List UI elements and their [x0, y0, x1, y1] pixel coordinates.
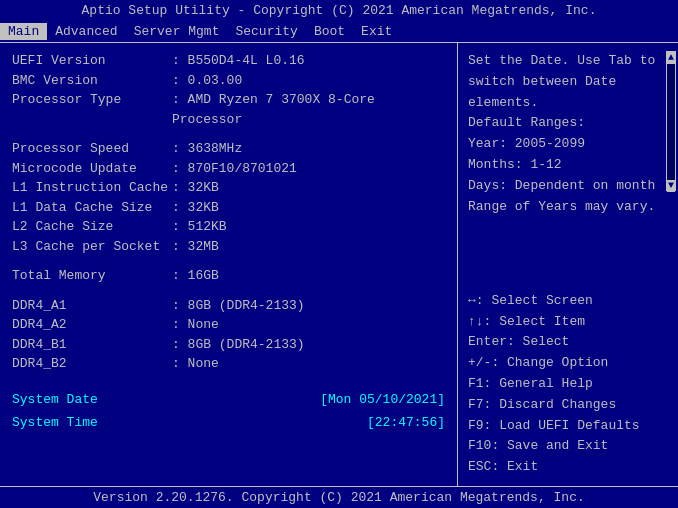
key-help-line: Enter: Select [468, 332, 668, 353]
info-label: DDR4_A1 [12, 296, 172, 316]
info-row: L3 Cache per Socket: 32MB [12, 237, 445, 257]
system-time-label: System Time [12, 415, 98, 430]
scrollbar[interactable]: ▲ ▼ [666, 51, 676, 191]
title-text: Aptio Setup Utility - Copyright (C) 2021… [82, 3, 597, 18]
info-value: : 16GB [172, 266, 219, 286]
info-value: : 8GB (DDR4-2133) [172, 335, 305, 355]
info-value: : AMD Ryzen 7 3700X 8-Core Processor [172, 90, 445, 129]
help-text: Set the Date. Use Tab toswitch between D… [468, 51, 668, 291]
help-line: Default Ranges: [468, 113, 668, 134]
info-label: Processor Type [12, 90, 172, 129]
info-row: Processor Type: AMD Ryzen 7 3700X 8-Core… [12, 90, 445, 129]
info-row: Microcode Update: 870F10/8701021 [12, 159, 445, 179]
info-row: L1 Instruction Cache: 32KB [12, 178, 445, 198]
system-time-row: System Time[22:47:56] [12, 415, 445, 430]
info-label: BMC Version [12, 71, 172, 91]
menu-bar: MainAdvancedServer MgmtSecurityBootExit [0, 21, 678, 43]
menu-item-boot[interactable]: Boot [306, 23, 353, 40]
key-help-line: F1: General Help [468, 374, 668, 395]
system-date-row: System Date[Mon 05/10/2021] [12, 392, 445, 407]
info-label: DDR4_B1 [12, 335, 172, 355]
left-panel: UEFI Version: B550D4-4L L0.16BMC Version… [0, 43, 458, 486]
info-value: : 32KB [172, 178, 219, 198]
scroll-up-button[interactable]: ▲ [667, 52, 675, 64]
info-value: : None [172, 315, 219, 335]
help-line: Set the Date. Use Tab to [468, 51, 668, 72]
info-label: UEFI Version [12, 51, 172, 71]
key-help-line: ESC: Exit [468, 457, 668, 478]
info-label: DDR4_B2 [12, 354, 172, 374]
info-label: Processor Speed [12, 139, 172, 159]
footer-text: Version 2.20.1276. Copyright (C) 2021 Am… [93, 490, 584, 505]
key-help-line: F9: Load UEFI Defaults [468, 416, 668, 437]
section-spacer [12, 129, 445, 139]
menu-item-server-mgmt[interactable]: Server Mgmt [126, 23, 228, 40]
help-line: switch between Date elements. [468, 72, 668, 114]
help-line: Year: 2005-2099 [468, 134, 668, 155]
section-spacer [12, 374, 445, 384]
title-bar: Aptio Setup Utility - Copyright (C) 2021… [0, 0, 678, 21]
info-row: DDR4_B1: 8GB (DDR4-2133) [12, 335, 445, 355]
info-row: L1 Data Cache Size: 32KB [12, 198, 445, 218]
info-value: : 512KB [172, 217, 227, 237]
section-spacer [12, 256, 445, 266]
system-time-value: [22:47:56] [367, 415, 445, 430]
scroll-down-button[interactable]: ▼ [667, 180, 675, 192]
menu-item-main[interactable]: Main [0, 23, 47, 40]
key-help-line: F10: Save and Exit [468, 436, 668, 457]
system-date-label: System Date [12, 392, 98, 407]
info-row: Processor Speed: 3638MHz [12, 139, 445, 159]
scroll-track [667, 64, 675, 180]
info-row: BMC Version: 0.03.00 [12, 71, 445, 91]
info-row: DDR4_A2: None [12, 315, 445, 335]
info-row: Total Memory: 16GB [12, 266, 445, 286]
info-label: Total Memory [12, 266, 172, 286]
key-help-line: ↑↓: Select Item [468, 312, 668, 333]
info-label: L1 Data Cache Size [12, 198, 172, 218]
help-line: Range of Years may vary. [468, 197, 668, 218]
key-help-line: F7: Discard Changes [468, 395, 668, 416]
section-spacer [12, 286, 445, 296]
key-help-line: +/-: Change Option [468, 353, 668, 374]
info-label: L1 Instruction Cache [12, 178, 172, 198]
info-value: : 32MB [172, 237, 219, 257]
help-line: Months: 1-12 [468, 155, 668, 176]
info-row: L2 Cache Size: 512KB [12, 217, 445, 237]
footer: Version 2.20.1276. Copyright (C) 2021 Am… [0, 486, 678, 508]
info-value: : 3638MHz [172, 139, 242, 159]
app: Aptio Setup Utility - Copyright (C) 2021… [0, 0, 678, 508]
menu-item-advanced[interactable]: Advanced [47, 23, 125, 40]
info-value: : 8GB (DDR4-2133) [172, 296, 305, 316]
info-label: DDR4_A2 [12, 315, 172, 335]
menu-item-exit[interactable]: Exit [353, 23, 400, 40]
key-help: ↔: Select Screen↑↓: Select ItemEnter: Se… [468, 291, 668, 478]
info-value: : 0.03.00 [172, 71, 242, 91]
info-value: : None [172, 354, 219, 374]
help-line: Days: Dependent on month [468, 176, 668, 197]
info-value: : 870F10/8701021 [172, 159, 297, 179]
info-row: UEFI Version: B550D4-4L L0.16 [12, 51, 445, 71]
info-label: L2 Cache Size [12, 217, 172, 237]
info-row: DDR4_B2: None [12, 354, 445, 374]
info-row: DDR4_A1: 8GB (DDR4-2133) [12, 296, 445, 316]
key-help-line: ↔: Select Screen [468, 291, 668, 312]
info-value: : B550D4-4L L0.16 [172, 51, 305, 71]
menu-item-security[interactable]: Security [227, 23, 305, 40]
info-label: L3 Cache per Socket [12, 237, 172, 257]
right-panel: ▲ ▼ Set the Date. Use Tab toswitch betwe… [458, 43, 678, 486]
main-content: UEFI Version: B550D4-4L L0.16BMC Version… [0, 43, 678, 486]
info-label: Microcode Update [12, 159, 172, 179]
info-value: : 32KB [172, 198, 219, 218]
system-date-value: [Mon 05/10/2021] [320, 392, 445, 407]
